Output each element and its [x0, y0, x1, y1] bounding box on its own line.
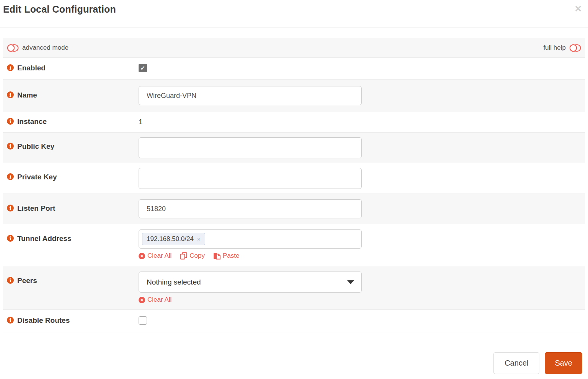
tunnel-address-tag: 192.168.50.0/24 × [142, 233, 205, 245]
field-label: Listen Port [17, 204, 55, 213]
public-key-input[interactable] [139, 137, 362, 158]
full-help-toggle[interactable]: full help [543, 44, 581, 52]
label-cell: i Enabled [3, 64, 139, 72]
field-label: Tunnel Address [17, 234, 71, 243]
page-title: Edit Local Configuration [3, 3, 116, 15]
field-label: Public Key [17, 142, 54, 151]
chevron-down-icon [347, 280, 354, 284]
tag-remove-icon[interactable]: × [197, 236, 201, 242]
label-cell: i Instance [3, 117, 139, 126]
peers-actions: ✕ Clear All [139, 296, 585, 304]
field-label: Enabled [17, 64, 46, 72]
tag-value: 192.168.50.0/24 [147, 235, 194, 243]
private-key-input[interactable] [139, 168, 362, 189]
form-row-instance: i Instance 1 [3, 112, 585, 133]
paste-icon [213, 252, 220, 260]
info-icon[interactable]: i [7, 64, 14, 71]
form-row-disable-routes: i Disable Routes [3, 310, 585, 332]
label-cell: i Disable Routes [3, 316, 139, 325]
info-icon[interactable]: i [7, 317, 14, 324]
paste-link[interactable]: Paste [213, 252, 239, 260]
toggle-off-icon [7, 44, 19, 52]
disable-routes-checkbox[interactable] [139, 316, 147, 325]
peers-select-value: Nothing selected [147, 278, 201, 286]
instance-value: 1 [139, 117, 585, 126]
label-cell: i Listen Port [3, 199, 139, 218]
info-icon[interactable]: i [7, 205, 14, 211]
name-input[interactable] [139, 86, 362, 105]
info-icon[interactable]: i [7, 173, 14, 180]
label-cell: i Private Key [3, 168, 139, 189]
toggle-off-icon [569, 44, 581, 52]
info-icon[interactable]: i [7, 143, 14, 150]
field-label: Private Key [17, 173, 57, 181]
copy-icon [180, 252, 187, 260]
form-row-name: i Name [3, 80, 585, 112]
cancel-button[interactable]: Cancel [493, 352, 539, 374]
field-label: Disable Routes [17, 316, 70, 325]
copy-label: Copy [189, 252, 205, 260]
tunnel-address-input[interactable]: 192.168.50.0/24 × [139, 229, 362, 249]
info-icon[interactable]: i [7, 91, 14, 98]
modal-header: Edit Local Configuration ✕ [0, 0, 588, 28]
field-label: Instance [17, 117, 47, 126]
copy-link[interactable]: Copy [180, 252, 205, 260]
clear-all-link[interactable]: ✕ Clear All [139, 296, 172, 304]
advanced-mode-label: advanced mode [22, 44, 69, 52]
form-row-public-key: i Public Key [3, 133, 585, 163]
label-cell: i Tunnel Address [3, 229, 139, 260]
close-icon[interactable]: ✕ [575, 3, 582, 13]
clear-all-label: Clear All [147, 252, 172, 260]
form-row-private-key: i Private Key [3, 163, 585, 194]
info-icon[interactable]: i [7, 277, 14, 284]
form-row-peers: i Peers Nothing selected ✕ Clear All [3, 266, 585, 310]
label-cell: i Peers [3, 272, 139, 304]
form-row-enabled: i Enabled ✓ [3, 58, 585, 80]
field-label: Name [17, 91, 37, 99]
clear-all-icon: ✕ [139, 297, 145, 303]
checkmark-icon: ✓ [140, 65, 145, 72]
form-row-tunnel-address: i Tunnel Address 192.168.50.0/24 × ✕ Cle… [3, 224, 585, 266]
clear-all-label: Clear All [147, 296, 172, 304]
clear-all-link[interactable]: ✕ Clear All [139, 252, 172, 260]
clear-all-icon: ✕ [139, 253, 145, 259]
modal-footer: Cancel Save [0, 341, 588, 374]
enabled-checkbox[interactable]: ✓ [139, 64, 147, 72]
label-cell: i Public Key [3, 137, 139, 158]
listen-port-input[interactable] [139, 199, 362, 218]
label-cell: i Name [3, 86, 139, 105]
tunnel-address-actions: ✕ Clear All Copy Paste [139, 252, 585, 260]
info-icon[interactable]: i [7, 118, 14, 125]
field-label: Peers [17, 277, 37, 285]
paste-label: Paste [223, 252, 239, 260]
advanced-mode-toggle[interactable]: advanced mode [7, 44, 69, 52]
full-help-label: full help [543, 44, 566, 52]
peers-select[interactable]: Nothing selected [139, 272, 362, 293]
options-bar: advanced mode full help [3, 38, 585, 58]
form-row-listen-port: i Listen Port [3, 194, 585, 224]
info-icon[interactable]: i [7, 235, 14, 242]
save-button[interactable]: Save [545, 352, 582, 374]
